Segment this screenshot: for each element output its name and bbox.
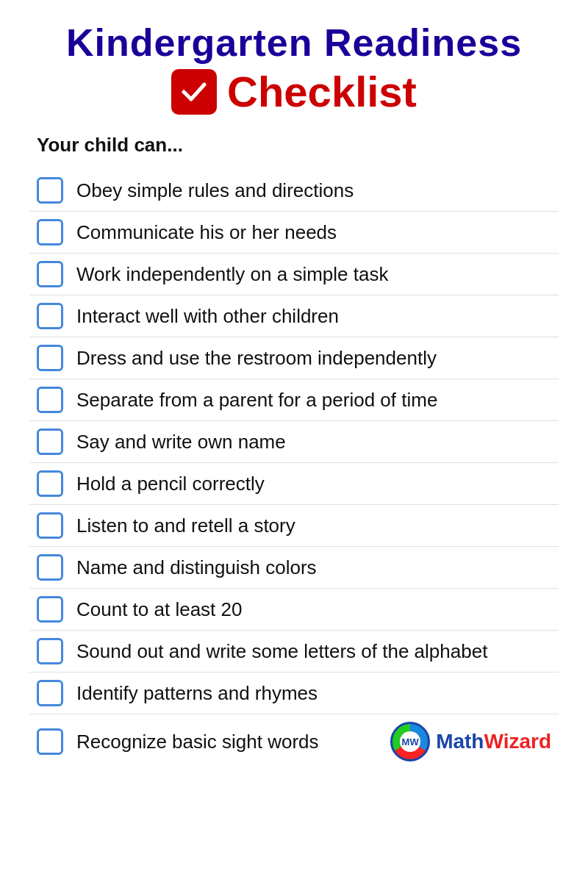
checkbox-item-2[interactable] [37,219,63,245]
list-item: Dress and use the restroom independently [29,337,559,379]
item-text: Dress and use the restroom independently [76,347,551,370]
item-text: Listen to and retell a story [76,514,551,537]
item-text: Sound out and write some letters of the … [76,640,551,663]
list-item: Count to at least 20 [29,589,559,631]
item-text: Hold a pencil correctly [76,473,551,495]
title-line1: Kindergarten Readiness [29,22,559,64]
list-item: Name and distinguish colors [29,547,559,589]
item-text: Name and distinguish colors [76,556,551,579]
list-item: Obey simple rules and directions [29,170,559,212]
checklist-title: Checklist [227,67,417,116]
checkbox-item-6[interactable] [37,387,63,413]
list-item: Sound out and write some letters of the … [29,631,559,673]
item-text: Separate from a parent for a period of t… [76,389,551,412]
item-text: Obey simple rules and directions [76,179,551,202]
list-item: Communicate his or her needs [29,212,559,254]
list-item: Say and write own name [29,421,559,463]
checkbox-item-11[interactable] [37,596,63,623]
checkbox-item-8[interactable] [37,470,63,497]
item-text: Say and write own name [76,431,551,453]
list-item: Listen to and retell a story [29,505,559,547]
checkbox-item-4[interactable] [37,303,63,329]
list-item: Hold a pencil correctly [29,463,559,505]
list-item: Work independently on a simple task [29,254,559,295]
list-item: Separate from a parent for a period of t… [29,379,559,421]
checkmark-icon [171,69,217,115]
checkbox-item-7[interactable] [37,429,63,455]
item-text: Communicate his or her needs [76,221,551,244]
checkbox-item-1[interactable] [37,177,63,204]
item-text: Work independently on a simple task [76,263,551,286]
checkbox-item-12[interactable] [37,638,63,664]
item-text: Count to at least 20 [76,598,551,621]
checkbox-item-3[interactable] [37,261,63,287]
page-header: Kindergarten Readiness Checklist [29,22,559,116]
checklist: Obey simple rules and directionsCommunic… [29,170,559,769]
title-line2: Checklist [29,67,559,116]
checkbox-item-13[interactable] [37,680,63,706]
checkbox-item-9[interactable] [37,512,63,539]
checkbox-item-10[interactable] [37,554,63,581]
checkbox-item-5[interactable] [37,345,63,371]
logo-icon: MW [390,722,430,761]
list-item: Recognize basic sight wordsMWMathWizard [29,714,559,769]
subtitle: Your child can... [37,134,559,157]
logo-text: MathWizard [436,730,551,753]
item-text: Recognize basic sight words [76,731,377,753]
list-item: Interact well with other children [29,295,559,337]
item-text: Identify patterns and rhymes [76,682,551,705]
list-item: Identify patterns and rhymes [29,673,559,714]
logo-area: MWMathWizard [390,722,551,761]
item-text: Interact well with other children [76,305,551,328]
checkbox-item-14[interactable] [37,728,63,755]
